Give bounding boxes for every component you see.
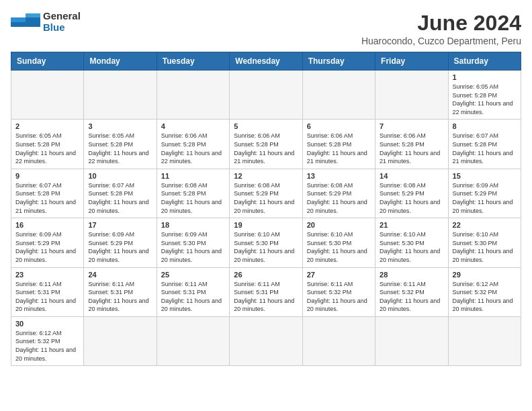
logo-area: General Blue (11, 11, 81, 33)
day-number: 11 (161, 172, 225, 180)
day-info: Sunrise: 6:06 AM Sunset: 5:28 PM Dayligh… (161, 132, 225, 165)
weekday-header-row: SundayMondayTuesdayWednesdayThursdayFrid… (11, 52, 521, 71)
day-info: Sunrise: 6:11 AM Sunset: 5:32 PM Dayligh… (307, 280, 371, 314)
day-number: 30 (15, 320, 79, 328)
day-info: Sunrise: 6:09 AM Sunset: 5:29 PM Dayligh… (15, 230, 79, 264)
calendar-cell: 28Sunrise: 6:11 AM Sunset: 5:32 PM Dayli… (375, 267, 448, 316)
day-number: 21 (380, 221, 443, 229)
calendar-cell: 17Sunrise: 6:09 AM Sunset: 5:29 PM Dayli… (84, 218, 157, 267)
day-number: 4 (161, 122, 225, 130)
calendar-cell (448, 316, 521, 365)
day-number: 12 (234, 172, 298, 180)
day-info: Sunrise: 6:05 AM Sunset: 5:28 PM Dayligh… (88, 132, 152, 165)
calendar-cell: 26Sunrise: 6:11 AM Sunset: 5:31 PM Dayli… (230, 267, 302, 316)
day-info: Sunrise: 6:11 AM Sunset: 5:31 PM Dayligh… (15, 280, 79, 314)
location-subtitle: Huarocondo, Cuzco Department, Peru (361, 36, 521, 46)
day-info: Sunrise: 6:10 AM Sunset: 5:30 PM Dayligh… (380, 230, 443, 264)
logo-text: General Blue (43, 11, 81, 33)
day-info: Sunrise: 6:09 AM Sunset: 5:30 PM Dayligh… (161, 230, 225, 264)
calendar-header: SundayMondayTuesdayWednesdayThursdayFrid… (11, 52, 521, 71)
day-number: 20 (307, 221, 371, 229)
logo-icon (11, 12, 40, 32)
calendar-cell: 7Sunrise: 6:06 AM Sunset: 5:28 PM Daylig… (375, 120, 448, 169)
calendar-cell: 29Sunrise: 6:12 AM Sunset: 5:32 PM Dayli… (448, 267, 521, 316)
calendar-cell (84, 316, 157, 365)
weekday-header-wednesday: Wednesday (230, 52, 302, 71)
calendar-cell (157, 316, 229, 365)
calendar-week-row: 2Sunrise: 6:05 AM Sunset: 5:28 PM Daylig… (11, 120, 521, 169)
day-number: 26 (234, 271, 298, 279)
day-info: Sunrise: 6:11 AM Sunset: 5:31 PM Dayligh… (88, 280, 152, 314)
calendar-cell: 13Sunrise: 6:08 AM Sunset: 5:29 PM Dayli… (302, 169, 375, 218)
calendar-cell (11, 71, 84, 120)
day-info: Sunrise: 6:08 AM Sunset: 5:28 PM Dayligh… (161, 181, 225, 215)
calendar-cell: 9Sunrise: 6:07 AM Sunset: 5:28 PM Daylig… (11, 169, 84, 218)
day-info: Sunrise: 6:12 AM Sunset: 5:32 PM Dayligh… (453, 280, 517, 314)
day-number: 16 (15, 221, 79, 229)
calendar-cell: 12Sunrise: 6:08 AM Sunset: 5:29 PM Dayli… (230, 169, 302, 218)
day-info: Sunrise: 6:10 AM Sunset: 5:30 PM Dayligh… (307, 230, 371, 264)
calendar-cell: 4Sunrise: 6:06 AM Sunset: 5:28 PM Daylig… (157, 120, 229, 169)
calendar-cell: 22Sunrise: 6:10 AM Sunset: 5:30 PM Dayli… (448, 218, 521, 267)
day-info: Sunrise: 6:07 AM Sunset: 5:28 PM Dayligh… (88, 181, 152, 215)
weekday-header-saturday: Saturday (448, 52, 521, 71)
day-number: 18 (161, 221, 225, 229)
calendar-week-row: 30Sunrise: 6:12 AM Sunset: 5:32 PM Dayli… (11, 316, 521, 365)
calendar-cell: 8Sunrise: 6:07 AM Sunset: 5:28 PM Daylig… (448, 120, 521, 169)
calendar-week-row: 16Sunrise: 6:09 AM Sunset: 5:29 PM Dayli… (11, 218, 521, 267)
weekday-header-monday: Monday (84, 52, 157, 71)
day-number: 24 (88, 271, 152, 279)
day-number: 27 (307, 271, 371, 279)
calendar-cell: 20Sunrise: 6:10 AM Sunset: 5:30 PM Dayli… (302, 218, 375, 267)
day-info: Sunrise: 6:06 AM Sunset: 5:28 PM Dayligh… (234, 132, 298, 165)
calendar-cell: 21Sunrise: 6:10 AM Sunset: 5:30 PM Dayli… (375, 218, 448, 267)
calendar-cell: 1Sunrise: 6:05 AM Sunset: 5:28 PM Daylig… (448, 71, 521, 120)
day-info: Sunrise: 6:08 AM Sunset: 5:29 PM Dayligh… (234, 181, 298, 215)
day-info: Sunrise: 6:06 AM Sunset: 5:28 PM Dayligh… (380, 132, 443, 165)
calendar-cell: 5Sunrise: 6:06 AM Sunset: 5:28 PM Daylig… (230, 120, 302, 169)
calendar-cell: 27Sunrise: 6:11 AM Sunset: 5:32 PM Dayli… (302, 267, 375, 316)
weekday-header-tuesday: Tuesday (157, 52, 229, 71)
calendar-cell: 30Sunrise: 6:12 AM Sunset: 5:32 PM Dayli… (11, 316, 84, 365)
svg-rect-3 (11, 17, 26, 22)
calendar-cell (84, 71, 157, 120)
weekday-header-thursday: Thursday (302, 52, 375, 71)
day-info: Sunrise: 6:05 AM Sunset: 5:28 PM Dayligh… (453, 83, 517, 116)
calendar-cell: 6Sunrise: 6:06 AM Sunset: 5:28 PM Daylig… (302, 120, 375, 169)
day-info: Sunrise: 6:10 AM Sunset: 5:30 PM Dayligh… (453, 230, 517, 264)
calendar-cell (230, 71, 302, 120)
day-info: Sunrise: 6:10 AM Sunset: 5:30 PM Dayligh… (234, 230, 298, 264)
calendar-table: SundayMondayTuesdayWednesdayThursdayFrid… (11, 52, 521, 366)
day-info: Sunrise: 6:07 AM Sunset: 5:28 PM Dayligh… (453, 132, 517, 165)
day-info: Sunrise: 6:09 AM Sunset: 5:29 PM Dayligh… (88, 230, 152, 264)
day-number: 25 (161, 271, 225, 279)
day-info: Sunrise: 6:05 AM Sunset: 5:28 PM Dayligh… (15, 132, 79, 165)
calendar-cell: 18Sunrise: 6:09 AM Sunset: 5:30 PM Dayli… (157, 218, 229, 267)
month-title: June 2024 (361, 11, 521, 36)
calendar-week-row: 9Sunrise: 6:07 AM Sunset: 5:28 PM Daylig… (11, 169, 521, 218)
calendar-cell: 15Sunrise: 6:09 AM Sunset: 5:29 PM Dayli… (448, 169, 521, 218)
calendar-body: 1Sunrise: 6:05 AM Sunset: 5:28 PM Daylig… (11, 71, 521, 366)
calendar-cell (375, 316, 448, 365)
calendar-cell: 11Sunrise: 6:08 AM Sunset: 5:28 PM Dayli… (157, 169, 229, 218)
calendar-cell: 2Sunrise: 6:05 AM Sunset: 5:28 PM Daylig… (11, 120, 84, 169)
day-number: 15 (453, 172, 517, 180)
day-info: Sunrise: 6:11 AM Sunset: 5:31 PM Dayligh… (161, 280, 225, 314)
calendar-cell (302, 71, 375, 120)
calendar-cell (230, 316, 302, 365)
day-number: 22 (453, 221, 517, 229)
logo: General Blue (11, 11, 81, 33)
calendar-cell: 24Sunrise: 6:11 AM Sunset: 5:31 PM Dayli… (84, 267, 157, 316)
day-number: 17 (88, 221, 152, 229)
day-info: Sunrise: 6:08 AM Sunset: 5:29 PM Dayligh… (307, 181, 371, 215)
day-number: 29 (453, 271, 517, 279)
svg-marker-2 (26, 13, 40, 17)
calendar-cell (302, 316, 375, 365)
day-number: 13 (307, 172, 371, 180)
calendar-week-row: 1Sunrise: 6:05 AM Sunset: 5:28 PM Daylig… (11, 71, 521, 120)
calendar-cell: 25Sunrise: 6:11 AM Sunset: 5:31 PM Dayli… (157, 267, 229, 316)
day-number: 28 (380, 271, 443, 279)
calendar-cell: 10Sunrise: 6:07 AM Sunset: 5:28 PM Dayli… (84, 169, 157, 218)
day-number: 2 (15, 122, 79, 130)
title-area: June 2024 Huarocondo, Cuzco Department, … (361, 11, 521, 46)
